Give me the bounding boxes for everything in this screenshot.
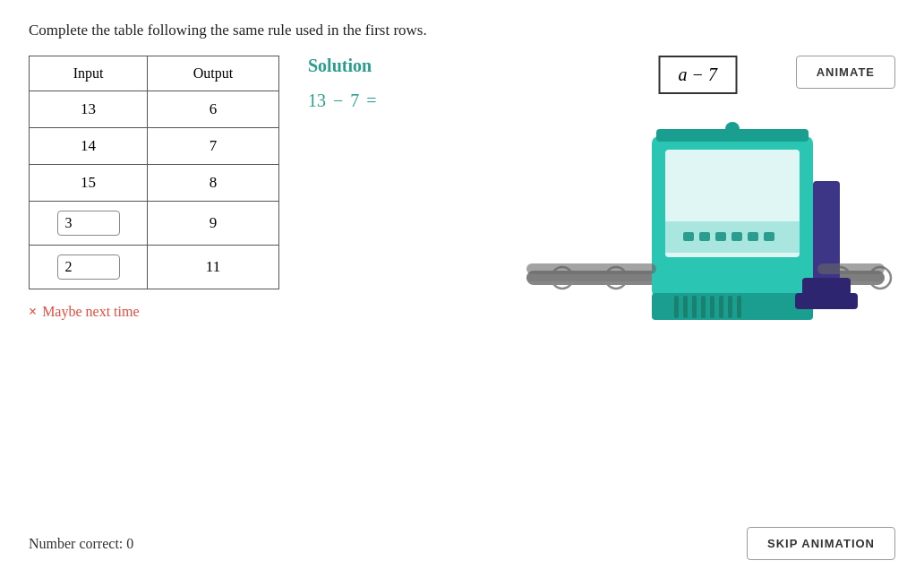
machine-illustration: ANIMATE a − 7 bbox=[516, 56, 895, 360]
machine-svg bbox=[518, 65, 894, 360]
table-row: 136 bbox=[30, 91, 279, 128]
svg-rect-22 bbox=[719, 296, 723, 318]
feedback-message: × Maybe next time bbox=[29, 304, 279, 320]
eq-part-2: 7 bbox=[350, 91, 359, 111]
svg-rect-14 bbox=[748, 232, 758, 241]
solution-equation: 13 − 7 = bbox=[308, 91, 487, 111]
svg-rect-10 bbox=[683, 232, 694, 241]
svg-rect-21 bbox=[710, 296, 714, 318]
column-header-input: Input bbox=[30, 56, 148, 91]
machine-wrapper: a − 7 bbox=[518, 65, 894, 360]
input-value-row-2: 15 bbox=[30, 165, 148, 202]
output-value-row-1: 7 bbox=[148, 128, 279, 165]
output-value-row-4: 11 bbox=[148, 246, 279, 289]
eq-minus: − bbox=[333, 91, 343, 111]
skip-animation-button[interactable]: SKIP ANIMATION bbox=[747, 527, 895, 560]
bottom-bar: Number correct: 0 SKIP ANIMATION bbox=[29, 527, 895, 560]
svg-rect-30 bbox=[526, 263, 656, 274]
svg-rect-13 bbox=[732, 232, 742, 241]
input-field-row-3[interactable] bbox=[57, 211, 120, 236]
column-header-output: Output bbox=[148, 56, 279, 91]
eq-part-1: 13 bbox=[308, 91, 326, 111]
output-value-row-0: 6 bbox=[148, 91, 279, 128]
error-icon: × bbox=[29, 304, 37, 320]
svg-rect-23 bbox=[728, 296, 732, 318]
input-field-row-4[interactable] bbox=[57, 254, 120, 280]
feedback-text: Maybe next time bbox=[42, 304, 139, 320]
table-row: 11 bbox=[30, 246, 279, 289]
input-output-table: Input Output 136147158911 × Maybe next t… bbox=[29, 56, 279, 320]
svg-rect-12 bbox=[715, 232, 726, 241]
instruction-text: Complete the table following the same ru… bbox=[29, 22, 895, 39]
svg-rect-15 bbox=[764, 232, 774, 241]
svg-rect-18 bbox=[683, 296, 688, 318]
svg-rect-20 bbox=[701, 296, 706, 318]
table-row: 158 bbox=[30, 165, 279, 202]
output-value-row-3: 9 bbox=[148, 202, 279, 246]
solution-panel: Solution 13 − 7 = bbox=[308, 56, 487, 111]
input-value-row-0: 13 bbox=[30, 91, 148, 128]
table-row: 147 bbox=[30, 128, 279, 165]
table-row: 9 bbox=[30, 202, 279, 246]
svg-rect-24 bbox=[737, 296, 741, 318]
formula-box: a − 7 bbox=[659, 56, 738, 94]
number-correct-label: Number correct: 0 bbox=[29, 536, 133, 552]
output-value-row-2: 8 bbox=[148, 165, 279, 202]
svg-point-29 bbox=[725, 122, 740, 136]
solution-title: Solution bbox=[308, 56, 487, 76]
svg-rect-19 bbox=[692, 296, 697, 318]
svg-rect-27 bbox=[795, 293, 858, 309]
input-value-row-1: 14 bbox=[30, 128, 148, 165]
svg-rect-11 bbox=[699, 232, 710, 241]
svg-rect-17 bbox=[674, 296, 679, 318]
eq-equals: = bbox=[366, 91, 376, 111]
svg-rect-31 bbox=[817, 263, 885, 274]
